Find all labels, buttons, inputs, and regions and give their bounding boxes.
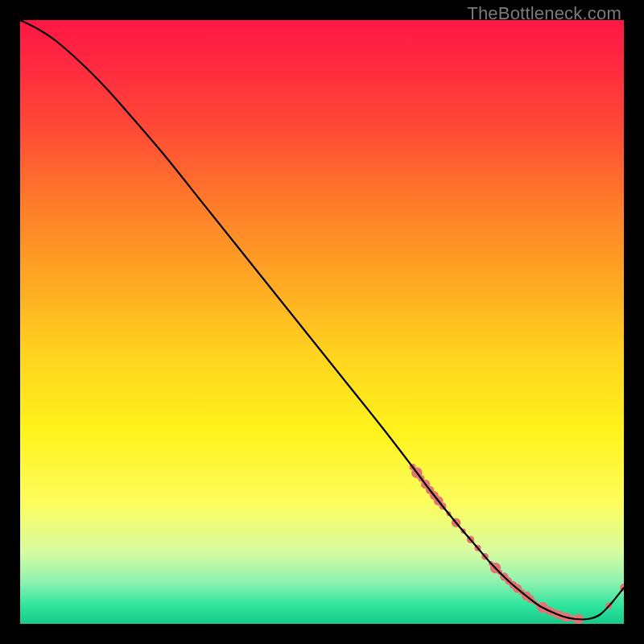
gradient-background <box>20 20 624 624</box>
bottleneck-chart <box>20 20 624 624</box>
chart-container: TheBottleneck.com <box>0 0 644 644</box>
